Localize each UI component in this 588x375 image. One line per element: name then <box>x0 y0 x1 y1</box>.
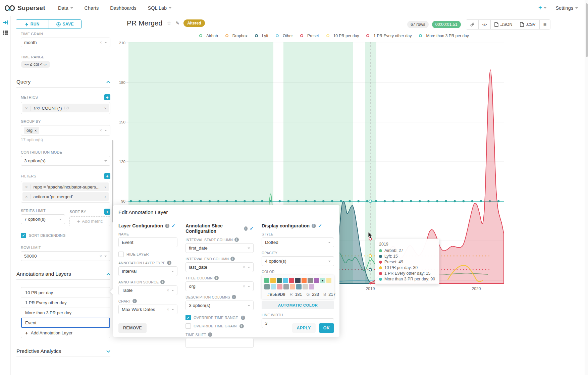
info-icon[interactable]: i <box>160 280 165 284</box>
filter-pill[interactable]: × action = 'pr_merged' › <box>22 192 109 201</box>
override-time-range-checkbox[interactable] <box>185 315 191 320</box>
chevron-right-icon[interactable]: › <box>104 194 106 199</box>
info-icon[interactable]: i <box>241 316 245 320</box>
remove-filter-icon[interactable]: × <box>25 184 31 190</box>
color-swatch[interactable] <box>264 284 270 289</box>
legend-item[interactable]: Other <box>274 34 293 38</box>
row-limit-select[interactable]: 50000 × <box>21 251 110 261</box>
legend-item[interactable]: Dropbox <box>223 34 248 38</box>
add-annotation-layer-button[interactable]: + Add Annotation Layer <box>21 328 110 338</box>
color-swatch[interactable] <box>309 284 314 289</box>
add-filter-button[interactable]: + <box>104 173 110 179</box>
opacity-select[interactable]: 4 option(s) <box>262 256 334 266</box>
color-swatch[interactable] <box>296 284 302 289</box>
nav-item-dashboards[interactable]: Dashboards <box>110 5 136 11</box>
color-swatch[interactable] <box>295 278 300 283</box>
info-icon[interactable]: i <box>208 332 212 337</box>
page-scrollbar-thumb[interactable] <box>586 3 588 57</box>
info-icon[interactable]: i <box>132 299 137 303</box>
annotation-layer-type-select[interactable]: Interval <box>118 266 177 276</box>
color-swatch-selected[interactable] <box>320 278 325 283</box>
group-by-tag[interactable]: org× <box>24 127 39 134</box>
export-json-button[interactable]: .JSON <box>490 20 516 29</box>
apply-button[interactable]: APPLY <box>292 323 316 333</box>
datasource-grid-icon[interactable] <box>3 30 8 36</box>
clear-icon[interactable]: × <box>167 307 169 312</box>
add-sort-metric-button[interactable]: + <box>104 209 110 215</box>
more-options-button[interactable]: ≡ <box>539 20 550 29</box>
hide-layer-checkbox[interactable] <box>118 252 124 257</box>
color-swatch[interactable] <box>308 278 313 283</box>
color-swatch[interactable] <box>289 278 294 283</box>
remove-metric-icon[interactable]: × <box>25 106 31 111</box>
color-swatch[interactable] <box>303 284 308 289</box>
info-icon[interactable]: i <box>167 261 171 265</box>
settings-menu[interactable]: Settings <box>556 5 578 11</box>
add-metric-button[interactable]: + <box>104 94 110 100</box>
contribution-mode-select[interactable]: 3 option(s) <box>21 156 110 166</box>
legend-item[interactable]: Preset <box>298 34 319 38</box>
interval-start-select[interactable]: first_date <box>185 243 254 253</box>
color-swatch[interactable] <box>314 278 319 283</box>
legend-item[interactable]: 10 PR per day <box>324 34 359 38</box>
remove-filter-icon[interactable]: × <box>25 194 31 199</box>
annotation-layer-item[interactable]: 1 PR Every other day <box>21 298 110 308</box>
color-swatch[interactable] <box>283 284 289 289</box>
time-grain-select[interactable]: month × <box>21 38 110 47</box>
color-swatch[interactable] <box>264 278 269 283</box>
time-shift-input[interactable] <box>185 338 254 348</box>
color-swatch[interactable] <box>277 278 282 283</box>
color-swatch[interactable] <box>290 284 295 289</box>
sort-descending-row[interactable]: SORT DESCENDING <box>21 233 110 238</box>
favorite-star-icon[interactable]: ☆ <box>166 20 171 27</box>
info-icon[interactable]: i <box>165 224 169 228</box>
save-button[interactable]: SAVE <box>49 20 82 29</box>
run-button[interactable]: RUN <box>16 20 49 29</box>
series-limit-select[interactable]: 7 option(s) <box>21 214 65 224</box>
color-swatch[interactable] <box>283 278 288 283</box>
color-swatch[interactable] <box>302 278 307 283</box>
automatic-color-button[interactable]: AUTOMATIC COLOR <box>262 301 334 309</box>
color-swatch[interactable] <box>326 278 331 283</box>
legend-item[interactable]: More than 3 PR per day <box>417 34 469 38</box>
color-swatch[interactable] <box>277 284 282 289</box>
new-item-button[interactable]: + <box>538 4 546 11</box>
info-icon[interactable]: i <box>312 224 316 228</box>
ok-button[interactable]: OK <box>319 323 334 333</box>
time-range-pill[interactable]: -∞ ≤ col < ∞ <box>21 61 50 68</box>
nav-item-data[interactable]: Data <box>58 5 73 11</box>
info-icon[interactable]: i <box>214 276 219 280</box>
color-swatch[interactable] <box>270 278 275 283</box>
export-csv-button[interactable]: .CSV <box>516 20 539 29</box>
info-icon[interactable]: i <box>244 226 248 231</box>
nav-item-sqllab[interactable]: SQL Lab <box>148 5 171 11</box>
annotation-layer-item[interactable]: 10 PR per day <box>21 287 110 298</box>
query-section-header[interactable]: Query <box>16 79 110 85</box>
filter-pill[interactable]: × repo = 'apache/incubator-supers... › <box>22 182 109 191</box>
info-icon[interactable]: i <box>232 295 236 299</box>
annotation-layer-item[interactable]: More than 3 PR per day <box>21 308 110 318</box>
description-columns-select[interactable]: 3 option(s) <box>185 301 254 310</box>
annotations-section-header[interactable]: Annotations and Layers <box>16 271 110 277</box>
annotation-source-select[interactable]: Table × <box>118 285 177 295</box>
color-swatch[interactable] <box>271 284 276 289</box>
title-column-select[interactable]: org × <box>185 281 254 291</box>
legend-item[interactable]: Lyft <box>253 34 268 38</box>
chart-select[interactable]: Max Work Dates × <box>118 305 177 314</box>
embed-code-button[interactable]: </> <box>478 20 490 29</box>
interval-end-select[interactable]: last_date × <box>185 262 254 272</box>
remove-tag-icon[interactable]: × <box>35 128 37 132</box>
sort-descending-checkbox[interactable] <box>21 233 26 238</box>
collapse-panel-icon[interactable] <box>3 20 8 25</box>
chevron-right-icon[interactable]: › <box>104 105 106 111</box>
info-icon[interactable]: i <box>234 237 239 242</box>
nav-item-charts[interactable]: Charts <box>85 5 99 11</box>
clear-icon[interactable]: × <box>243 265 245 270</box>
clear-icon[interactable]: × <box>243 284 245 289</box>
metric-pill[interactable]: × ƒ(x) COUNT(*) ? › <box>22 104 109 112</box>
edit-properties-icon[interactable]: ✎ <box>175 20 179 26</box>
clear-icon[interactable]: × <box>99 128 102 133</box>
clear-icon[interactable]: × <box>167 288 169 293</box>
name-input[interactable] <box>118 237 177 247</box>
override-time-range-row[interactable]: OVERRIDE TIME RANGE i <box>185 315 254 320</box>
